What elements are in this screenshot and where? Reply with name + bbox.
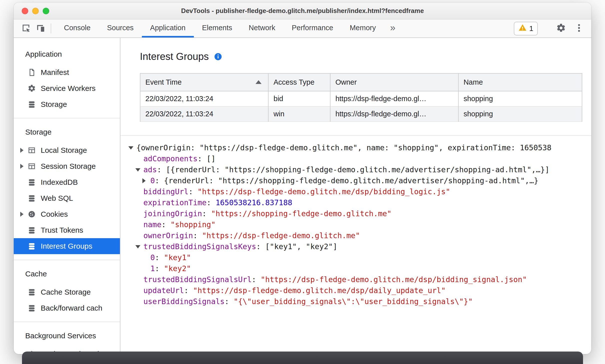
device-toolbar-button[interactable]: [34, 22, 47, 35]
inspect-element-button[interactable]: [19, 22, 33, 35]
twisty-slot: [17, 164, 26, 169]
table-cell: https://dsp-fledge-demo.gl…: [330, 106, 458, 122]
sidebar-item-indexeddb[interactable]: IndexedDB: [14, 174, 120, 190]
tree-line: userBiddingSignals: "{\"user_bidding_sig…: [127, 296, 589, 307]
tab-memory[interactable]: Memory: [341, 19, 384, 37]
table-cell: 22/03/2022, 11:03:24: [140, 91, 268, 106]
tree-key: name: [143, 220, 161, 229]
info-icon[interactable]: [214, 52, 222, 61]
tab-console[interactable]: Console: [56, 19, 99, 37]
warning-count: 1: [529, 24, 533, 33]
table-cell: 22/03/2022, 11:03:24: [140, 106, 268, 122]
column-header-owner[interactable]: Owner: [330, 73, 458, 91]
tab-sources[interactable]: Sources: [99, 19, 142, 37]
tree-key: biddingUrl: [143, 187, 189, 196]
tree-plain: :: [184, 286, 193, 295]
more-tabs-button[interactable]: »: [384, 19, 401, 37]
tree-plain: :: [189, 187, 198, 196]
gear-icon: [27, 83, 37, 93]
sidebar-item-interest-groups[interactable]: Interest Groups: [14, 238, 120, 254]
tree-key: 0: [150, 176, 155, 185]
tab-application[interactable]: Application: [142, 19, 194, 37]
sidebar-section-cache: CacheCache StorageBack/forward cach: [14, 260, 120, 322]
collapse-arrow-icon[interactable]: [128, 146, 133, 150]
page-title: Interest Groups: [140, 51, 209, 62]
table-row[interactable]: 22/03/2022, 11:03:24bidhttps://dsp-fledg…: [140, 91, 582, 106]
toolbar-right-group: 1: [514, 19, 586, 37]
tree-string: "{\"user_bidding_signals\":\"user_biddin…: [234, 297, 473, 306]
sidebar-item-storage[interactable]: Storage: [14, 96, 120, 112]
sidebar-item-trust-tokens[interactable]: Trust Tokens: [14, 222, 120, 238]
tree-string: "shopping": [170, 220, 216, 229]
tree-string: "https://dsp-fledge-demo.glitch.me/dsp/b…: [261, 275, 527, 284]
tree-plain: :: [225, 297, 234, 306]
sidebar-item-label: Cookies: [41, 210, 68, 218]
table-icon: [27, 145, 37, 155]
sidebar-item-local-storage[interactable]: Local Storage: [14, 142, 120, 158]
sidebar-item-cookies[interactable]: Cookies: [14, 206, 120, 222]
table-row[interactable]: 22/03/2022, 11:03:24winhttps://dsp-fledg…: [140, 106, 582, 122]
sidebar-item-service-workers[interactable]: Service Workers: [14, 80, 120, 96]
collapse-arrow-icon[interactable]: [135, 168, 140, 172]
tree-line[interactable]: ads: [{renderUrl: "https://shopping-fled…: [127, 164, 589, 175]
tree-line[interactable]: {ownerOrigin: "https://dsp-fledge-demo.g…: [127, 142, 589, 153]
tree-key: joiningOrigin: [143, 209, 202, 218]
sort-asc-icon: [256, 80, 262, 84]
tree-plain: : {renderUrl: "https://shopping-fledge-d…: [155, 176, 538, 185]
expand-arrow-icon[interactable]: [20, 148, 23, 153]
tree-key: 1: [150, 264, 155, 273]
sidebar-item-label: Interest Groups: [41, 242, 92, 250]
expand-arrow-icon[interactable]: [20, 212, 23, 217]
sidebar-section-background-services: Background ServicesBackground Fetch: [14, 322, 120, 354]
window-title: DevTools - publisher-fledge-demo.glitch.…: [14, 7, 591, 15]
tree-key: trustedBiddingSignalsUrl: [143, 275, 252, 284]
minimize-button[interactable]: [32, 8, 39, 14]
tab-performance[interactable]: Performance: [284, 19, 341, 37]
tree-string: "https://shopping-fledge-demo.glitch.me": [211, 209, 391, 218]
sidebar-section-title: Cache: [14, 263, 120, 284]
tree-string: "https://dsp-fledge-demo.glitch.me/dsp/d…: [193, 286, 446, 295]
expand-arrow-icon[interactable]: [142, 178, 146, 183]
tab-elements[interactable]: Elements: [194, 19, 241, 37]
window-titlebar[interactable]: DevTools - publisher-fledge-demo.glitch.…: [14, 2, 591, 19]
sidebar-item-label: Cache Storage: [41, 288, 91, 296]
interest-groups-panel: Interest Groups Event TimeAccess TypeOwn…: [120, 38, 591, 354]
events-table: Event TimeAccess TypeOwnerName 22/03/202…: [140, 73, 582, 122]
zoom-button[interactable]: [43, 8, 49, 14]
devtools-window: DevTools - publisher-fledge-demo.glitch.…: [14, 2, 591, 354]
customize-menu-button[interactable]: [572, 22, 586, 35]
tree-line: biddingUrl: "https://dsp-fledge-demo.gli…: [127, 186, 589, 197]
database-icon: [27, 225, 37, 235]
database-icon: [27, 177, 37, 187]
table-cell: https://dsp-fledge-demo.gl…: [330, 91, 458, 106]
twisty-slot: [17, 148, 26, 153]
warning-icon: [518, 23, 527, 34]
tree-line[interactable]: 0: {renderUrl: "https://shopping-fledge-…: [127, 175, 589, 186]
macos-dock[interactable]: [22, 352, 583, 364]
sidebar-item-cache-storage[interactable]: Cache Storage: [14, 284, 120, 300]
tree-line[interactable]: trustedBiddingSignalsKeys: ["key1", "key…: [127, 241, 589, 252]
toolbar-left-group: [19, 19, 47, 37]
tab-network[interactable]: Network: [241, 19, 284, 37]
collapse-arrow-icon[interactable]: [135, 245, 140, 248]
column-header-event-time[interactable]: Event Time: [140, 73, 268, 91]
sidebar-item-manifest[interactable]: Manifest: [14, 64, 120, 80]
sidebar-item-label: Web SQL: [41, 194, 73, 202]
table-icon: [27, 161, 37, 171]
expand-arrow-icon[interactable]: [20, 164, 23, 169]
tree-line: updateUrl: "https://dsp-fledge-demo.glit…: [127, 285, 589, 296]
tree-string: "https://dsp-fledge-demo.glitch.me/dsp/b…: [198, 187, 450, 196]
sidebar-item-session-storage[interactable]: Session Storage: [14, 158, 120, 174]
settings-button[interactable]: [554, 22, 568, 35]
sidebar-item-web-sql[interactable]: Web SQL: [14, 190, 120, 206]
close-button[interactable]: [22, 8, 28, 14]
sidebar: ApplicationManifestService WorkersStorag…: [14, 38, 120, 354]
column-header-name[interactable]: Name: [458, 73, 582, 91]
sidebar-section-title: Application: [14, 43, 120, 64]
tree-plain: :: [161, 220, 170, 229]
tree-key: 0: [150, 253, 155, 262]
column-header-access-type[interactable]: Access Type: [268, 73, 330, 91]
warnings-badge[interactable]: 1: [514, 22, 538, 35]
tree-line: ownerOrigin: "https://dsp-fledge-demo.gl…: [127, 230, 589, 241]
sidebar-item-back-forward-cach[interactable]: Back/forward cach: [14, 300, 120, 316]
